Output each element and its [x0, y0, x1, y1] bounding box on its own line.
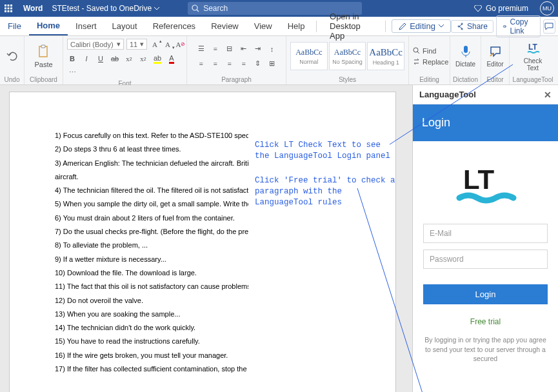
align-right-button[interactable]: ≡: [224, 59, 235, 69]
strike-button[interactable]: ab: [110, 54, 120, 64]
clear-format-icon[interactable]: A⊘: [175, 39, 186, 50]
bold-button[interactable]: B: [67, 54, 77, 64]
style-heading-1[interactable]: AaBbCcHeading 1: [367, 42, 404, 70]
replace-button[interactable]: Replace: [413, 58, 448, 66]
svg-rect-2: [10, 5, 12, 6]
font-name-select[interactable]: Calibri (Body) ▾: [67, 39, 124, 50]
copy-link-button[interactable]: Copy Link: [496, 15, 541, 37]
doc-line[interactable]: 8) To alleviate the problem, ...: [55, 240, 248, 250]
multilevel-button[interactable]: ⊟: [224, 44, 235, 54]
ribbon-group-languagetool: LTCheck Text LanguageTool: [510, 36, 556, 84]
share-button[interactable]: Share: [451, 20, 493, 33]
style-normal[interactable]: AaBbCcNormal: [290, 42, 328, 70]
grow-font-icon[interactable]: A▴: [150, 39, 160, 50]
doc-line[interactable]: 11) The fact that this oil is not satisf…: [55, 282, 248, 291]
link-icon: [502, 23, 508, 30]
font-color-button[interactable]: A: [166, 54, 177, 64]
login-button[interactable]: Login: [423, 284, 548, 304]
tab-view[interactable]: View: [246, 17, 280, 35]
align-left-button[interactable]: ≡: [196, 59, 206, 69]
svg-rect-5: [10, 8, 12, 10]
doc-line[interactable]: 10) Download the file. The download is l…: [55, 268, 248, 277]
doc-line[interactable]: 4) The technician filtered the oil. The …: [55, 186, 248, 195]
doc-line[interactable]: aircraft.: [55, 172, 248, 181]
go-premium-button[interactable]: Go premium: [466, 4, 536, 13]
numbering-button[interactable]: ≡: [210, 44, 221, 54]
bullets-button[interactable]: ☰: [196, 44, 206, 54]
justify-button[interactable]: ≡: [239, 59, 249, 69]
share-icon: [457, 23, 464, 30]
svg-rect-12: [41, 45, 45, 48]
svg-line-14: [417, 52, 419, 54]
indent-button[interactable]: ⇥: [253, 44, 263, 54]
outdent-button[interactable]: ⇤: [239, 44, 249, 54]
tab-help[interactable]: Help: [280, 17, 313, 35]
close-icon[interactable]: ✕: [544, 90, 552, 100]
tab-insert[interactable]: Insert: [68, 17, 105, 35]
editing-mode-button[interactable]: Editing: [392, 19, 451, 33]
font-size-select[interactable]: 11 ▾: [126, 39, 147, 50]
doc-line[interactable]: 1) Focus carefully on this text. Refer t…: [55, 131, 248, 140]
search-icon: [192, 5, 199, 12]
doc-line[interactable]: 7) Do the usual checks pre-flight. (Befo…: [55, 227, 248, 236]
undo-button[interactable]: [3, 47, 22, 65]
document-page[interactable]: 1) Focus carefully on this text. Refer t…: [9, 92, 396, 392]
editor-icon: [488, 44, 503, 59]
diamond-icon: [474, 5, 482, 12]
doc-line[interactable]: 12) Do not overoil the valve.: [55, 296, 248, 305]
languagetool-logo: LT: [413, 141, 558, 224]
email-field[interactable]: [423, 224, 548, 243]
doc-line[interactable]: 6) You must drain about 2 liters of fuel…: [55, 213, 248, 222]
italic-button[interactable]: I: [81, 54, 92, 64]
ribbon-group-paragraph: ☰ ≡ ⊟ ⇤ ⇥ ↕ ≡ ≡ ≡ ≡ ⇕ ⊞ Paragraph: [187, 36, 286, 84]
borders-button[interactable]: ⊞: [267, 59, 277, 69]
tab-review[interactable]: Review: [203, 17, 246, 35]
doc-line[interactable]: 13) When you are soaking the sample...: [55, 309, 248, 318]
svg-line-10: [197, 10, 199, 12]
tab-references[interactable]: References: [145, 17, 203, 35]
find-button[interactable]: Find: [413, 47, 436, 55]
more-font-icon[interactable]: ⋯: [67, 67, 77, 77]
paste-button[interactable]: Paste: [32, 43, 55, 70]
svg-rect-1: [8, 5, 10, 6]
align-center-button[interactable]: ≡: [210, 59, 221, 69]
sort-button[interactable]: ↕: [267, 44, 277, 54]
app-launcher-icon[interactable]: [0, 0, 17, 17]
panel-login-header: Login: [413, 104, 558, 141]
pencil-icon: [399, 23, 406, 30]
doc-line[interactable]: 15) You have to read the instructions ca…: [55, 337, 248, 346]
superscript-button[interactable]: x2: [138, 54, 148, 64]
dictate-button[interactable]: Dictate: [453, 43, 478, 70]
doc-line[interactable]: 3) American English: The technician defu…: [55, 159, 248, 168]
languagetool-icon: LT: [526, 41, 540, 55]
password-field[interactable]: [423, 250, 548, 269]
shrink-font-icon[interactable]: A▾: [163, 39, 173, 50]
document-title[interactable]: STEtest - Saved to OneDrive: [49, 4, 162, 13]
doc-line[interactable]: 17) If the filter has collected sufficie…: [55, 364, 248, 373]
tab-layout[interactable]: Layout: [105, 17, 145, 35]
subscript-button[interactable]: x2: [124, 54, 134, 64]
doc-line[interactable]: 16) If the wire gets broken, you must te…: [55, 351, 248, 360]
tab-home[interactable]: Home: [29, 17, 68, 35]
user-avatar[interactable]: MU: [540, 1, 554, 15]
doc-line[interactable]: 5) When you sample the dirty oil, get a …: [55, 199, 248, 208]
style-no-spacing[interactable]: AaBbCcNo Spacing: [329, 42, 366, 70]
underline-button[interactable]: U: [95, 54, 106, 64]
line-spacing-button[interactable]: ⇕: [253, 59, 263, 69]
editor-button[interactable]: Editor: [484, 43, 506, 70]
doc-line[interactable]: 14) The technician didn't do the work qu…: [55, 323, 248, 332]
highlight-button[interactable]: ab: [152, 54, 163, 64]
comments-button[interactable]: [543, 19, 555, 34]
tab-file[interactable]: File: [0, 17, 29, 35]
svg-rect-8: [10, 10, 12, 12]
check-text-button[interactable]: LTCheck Text: [521, 39, 544, 74]
svg-text:LT: LT: [463, 164, 495, 195]
panel-header: LanguageTool ✕: [413, 85, 558, 104]
login-form: Login Free trial: [413, 224, 558, 333]
doc-line[interactable]: 9) If a wetter mixture is necessary...: [55, 255, 248, 264]
doc-line[interactable]: 2) Do steps 3 thru 6 at least three time…: [55, 144, 248, 153]
free-trial-link[interactable]: Free trial: [423, 311, 548, 333]
paste-icon: [36, 44, 50, 59]
document-canvas[interactable]: 1) Focus carefully on this text. Refer t…: [0, 85, 412, 392]
svg-text:LT: LT: [528, 43, 537, 52]
